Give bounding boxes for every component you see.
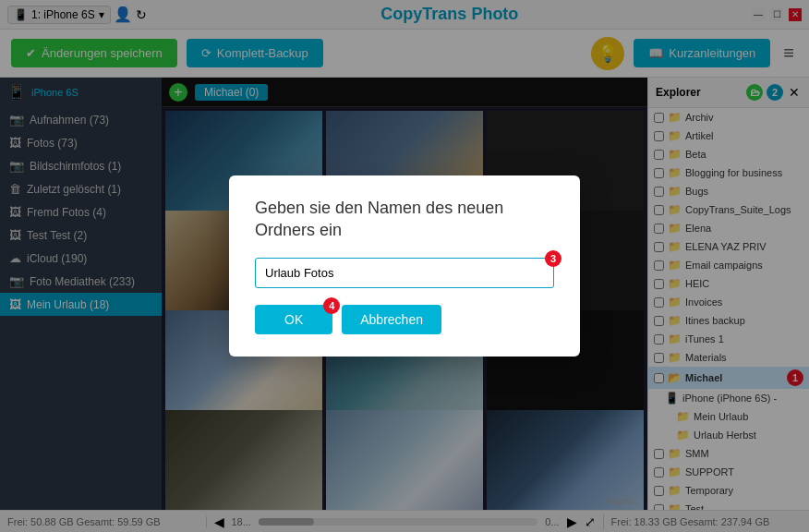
ok-button[interactable]: OK [255, 305, 332, 334]
cancel-button[interactable]: Abbrechen [342, 305, 441, 334]
ok-label: OK [284, 312, 303, 327]
ok-button-wrapper: OK 4 [255, 305, 332, 334]
modal-dialog: Geben sie den Namen des neuen Ordners ei… [229, 175, 580, 357]
modal-title: Geben sie den Namen des neuen Ordners ei… [255, 198, 554, 241]
input-badge: 3 [545, 250, 561, 267]
modal-buttons: OK 4 Abbrechen [255, 305, 554, 334]
modal-overlay[interactable]: Geben sie den Namen des neuen Ordners ei… [0, 0, 809, 532]
ok-badge: 4 [323, 297, 340, 314]
folder-name-input[interactable] [255, 258, 554, 288]
cancel-label: Abbrechen [360, 312, 423, 327]
modal-input-wrapper: 3 [255, 258, 554, 305]
